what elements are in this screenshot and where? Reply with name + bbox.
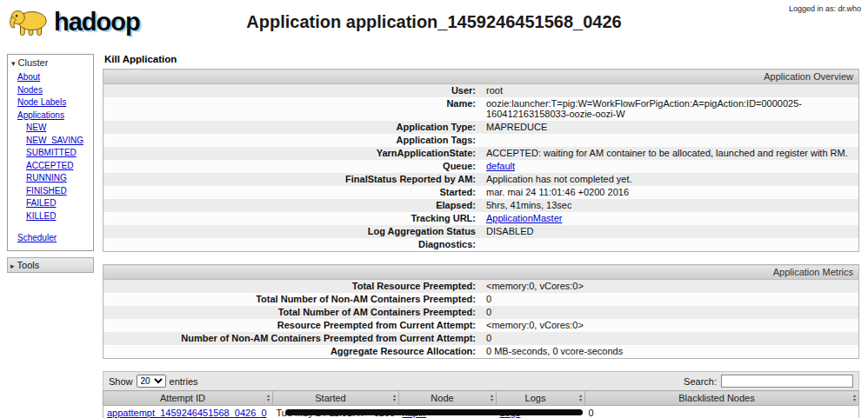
field-label: User: [103, 84, 482, 98]
sidebar-item-state-new-saving[interactable]: NEW_SAVING [26, 136, 83, 145]
column-header-started[interactable]: Started▴▾ [273, 391, 399, 406]
table-row: Queue:default [103, 160, 859, 173]
hadoop-logo[interactable]: hadoop [9, 5, 140, 38]
sort-icon: ▴▾ [491, 394, 493, 402]
field-label: Name: [103, 97, 482, 121]
section-title-metrics: Application Metrics [103, 265, 859, 280]
field-value: 0 [481, 332, 859, 345]
cluster-nav-box: ▾Cluster About Nodes Node Labels Applica… [7, 54, 94, 251]
table-row: Name:oozie:launcher:T=pig:W=WorkFlowForP… [103, 97, 859, 121]
sidebar-item-state-submitted[interactable]: SUBMITTED [26, 148, 77, 157]
field-value [481, 238, 859, 252]
field-value: <memory:0, vCores:0> [481, 280, 859, 294]
field-value: oozie:launcher:T=pig:W=WorkFlowForPigAct… [481, 97, 859, 121]
sidebar-item-node-labels[interactable]: Node Labels [17, 97, 66, 107]
sidebar-item-state-running[interactable]: RUNNING [26, 173, 67, 182]
field-label: Application Tags: [103, 134, 482, 147]
table-row: Total Number of AM Containers Preempted:… [103, 306, 859, 319]
show-label: Show [109, 376, 133, 387]
field-label: Log Aggregation Status [103, 225, 482, 238]
list-item: KILLED [26, 210, 91, 223]
bottom-bar [285, 409, 583, 415]
table-row: Aggregate Resource Allocation:0 MB-secon… [103, 345, 859, 359]
queue-link[interactable]: default [486, 161, 515, 171]
tracking-url-link[interactable]: ApplicationMaster [486, 213, 562, 223]
table-row: Application Type:MAPREDUCE [103, 121, 859, 134]
field-label: Tracking URL: [103, 212, 482, 225]
field-value: Application has not completed yet. [481, 173, 859, 186]
chevron-down-icon: ▾ [11, 59, 16, 68]
field-value: DISABLED [481, 225, 859, 238]
kill-application-button[interactable]: Kill Application [104, 54, 177, 64]
field-label: Resource Preempted from Current Attempt: [103, 319, 482, 332]
column-header-logs[interactable]: Logs▴▾ [497, 391, 585, 406]
column-label: Logs [525, 393, 546, 403]
list-item: ACCEPTED [26, 160, 91, 173]
field-value: MAPREDUCE [481, 121, 859, 134]
blacklisted-nodes-cell: 0 [585, 406, 859, 418]
sidebar: ▾Cluster About Nodes Node Labels Applica… [7, 54, 94, 418]
sidebar-item-nodes[interactable]: Nodes [17, 85, 43, 95]
sidebar-item-state-finished[interactable]: FINISHED [26, 186, 67, 196]
sidebar-item-applications[interactable]: Applications [17, 110, 64, 120]
column-header-blacklisted-nodes[interactable]: Blacklisted Nodes▴▾ [585, 391, 859, 406]
sidebar-item-about[interactable]: About [17, 72, 40, 82]
list-item: FAILED [26, 197, 91, 210]
table-header-row: Attempt ID▴▾ Started▴▾ Node▴▾ Logs▴▾ Bla… [103, 391, 859, 406]
sort-icon: ▴▾ [267, 394, 270, 402]
field-value: ApplicationMaster [481, 212, 859, 225]
table-row: FinalStatus Reported by AM:Application h… [103, 173, 859, 186]
main-content: Kill Application Application Overview Us… [103, 54, 859, 418]
field-value: default [481, 160, 859, 173]
sidebar-item-state-accepted[interactable]: ACCEPTED [26, 161, 73, 170]
field-label: Number of Non-AM Containers Preempted fr… [103, 332, 482, 345]
field-value: 5hrs, 41mins, 13sec [481, 199, 859, 212]
list-item: Nodes [17, 84, 91, 97]
chevron-right-icon: ▸ [10, 262, 15, 270]
column-label: Node [431, 393, 453, 403]
table-row: Diagnostics: [103, 238, 859, 252]
field-value: <memory:0, vCores:0> [481, 319, 859, 332]
sidebar-item-scheduler[interactable]: Scheduler [17, 233, 57, 242]
cluster-section-header[interactable]: ▾Cluster [10, 56, 91, 69]
logged-in-as: Logged in as: dr.who [789, 4, 861, 13]
search-label: Search: [684, 376, 717, 387]
field-label: Total Number of Non-AM Containers Preemp… [103, 293, 482, 306]
column-header-node[interactable]: Node▴▾ [399, 391, 497, 406]
table-controls: Show 20 entries Search: [103, 371, 859, 390]
field-label: Total Resource Preempted: [103, 280, 482, 294]
attempt-id-cell: appattempt_1459246451568_0426_000001 [103, 406, 273, 418]
sort-icon: ▴▾ [579, 394, 582, 402]
field-value: mar. mai 24 11:01:46 +0200 2016 [481, 186, 859, 199]
section-title-overview: Application Overview [103, 70, 859, 84]
logo-text: hadoop [54, 8, 140, 36]
list-item: NEW [26, 122, 91, 135]
field-label: Diagnostics: [103, 238, 482, 252]
tools-section-header[interactable]: ▸Tools [7, 257, 94, 273]
list-item: About [17, 71, 91, 84]
list-item: Scheduler [17, 232, 91, 245]
field-label: Total Number of AM Containers Preempted: [103, 306, 482, 319]
field-label: FinalStatus Reported by AM: [103, 173, 482, 186]
sidebar-item-state-new[interactable]: NEW [26, 123, 46, 132]
header: hadoop Application application_145924645… [0, 0, 868, 49]
entries-label: entries [170, 376, 198, 387]
sidebar-item-state-killed[interactable]: KILLED [26, 211, 56, 221]
table-row: Started:mar. mai 24 11:01:46 +0200 2016 [103, 186, 859, 199]
sidebar-item-state-failed[interactable]: FAILED [26, 198, 56, 208]
list-item: Node Labels [17, 96, 91, 109]
field-value: ACCEPTED: waiting for AM container to be… [481, 147, 859, 160]
table-row: Tracking URL:ApplicationMaster [103, 212, 859, 225]
table-row: Log Aggregation StatusDISABLED [103, 225, 859, 238]
page-size-select[interactable]: 20 [137, 375, 166, 388]
field-value: 0 MB-seconds, 0 vcore-seconds [481, 345, 859, 359]
attempt-id-link[interactable]: appattempt_1459246451568_0426_000001 [107, 408, 267, 418]
application-overview-table: Application Overview User:root Name:oozi… [103, 69, 859, 252]
hadoop-elephant-icon [9, 5, 52, 38]
column-header-attempt-id[interactable]: Attempt ID▴▾ [103, 391, 273, 406]
field-value: root [481, 84, 859, 98]
list-item: FINISHED [26, 185, 91, 198]
search-input[interactable] [721, 375, 853, 388]
list-item: NEW_SAVING [26, 135, 91, 148]
app-states-list: NEW NEW_SAVING SUBMITTED ACCEPTED RUNNIN… [17, 122, 91, 222]
